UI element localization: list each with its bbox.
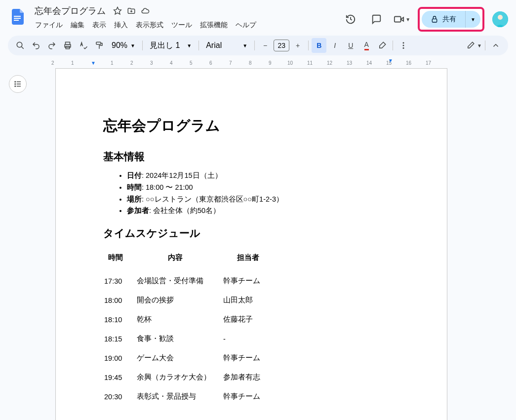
- menu-view[interactable]: 表示: [89, 19, 110, 32]
- doc-title[interactable]: 忘年会プログラム: [32, 4, 109, 18]
- collapse-toolbar-icon[interactable]: [488, 38, 503, 53]
- menu-insert[interactable]: 挿入: [111, 19, 131, 32]
- font-size-decrease[interactable]: −: [258, 38, 273, 53]
- menu-format[interactable]: 表示形式: [132, 19, 167, 32]
- history-icon[interactable]: [341, 9, 360, 29]
- share-label: 共有: [442, 15, 456, 24]
- underline-button[interactable]: U: [343, 38, 358, 53]
- undo-icon[interactable]: [29, 38, 43, 53]
- svg-point-20: [15, 86, 16, 87]
- share-dropdown[interactable]: ▼: [466, 11, 480, 28]
- menu-extensions[interactable]: 拡張機能: [197, 19, 231, 32]
- table-row: 20:30表彰式・景品授与幹事チーム: [103, 387, 281, 406]
- table-row: 18:00開会の挨拶山田太郎: [103, 291, 281, 310]
- table-row: 17:30会場設営・受付準備幹事チーム: [103, 271, 281, 291]
- menu-bar: ファイル 編集 表示 挿入 表示形式 ツール 拡張機能 ヘルプ: [32, 19, 341, 32]
- text-color-button[interactable]: A: [359, 38, 374, 53]
- indent-marker-icon[interactable]: ▼: [388, 58, 393, 63]
- docs-logo[interactable]: [8, 4, 28, 30]
- svg-rect-4: [395, 17, 401, 22]
- table-row: 19:00ゲーム大会幹事チーム: [103, 348, 281, 368]
- share-highlight-box: 共有 ▼: [418, 7, 484, 32]
- move-folder-icon[interactable]: [126, 6, 136, 16]
- chevron-down-icon: ▼: [242, 43, 247, 48]
- avatar[interactable]: [492, 11, 508, 27]
- schedule-table: 時間 内容 担当者 17:30会場設営・受付準備幹事チーム18:00開会の挨拶山…: [103, 247, 281, 406]
- indent-marker-icon[interactable]: ▼: [91, 60, 96, 66]
- svg-point-7: [498, 15, 503, 20]
- chevron-down-icon: ▼: [187, 43, 192, 48]
- table-row: 18:15食事・歓談-: [103, 329, 281, 348]
- chevron-down-icon: ▼: [405, 17, 410, 22]
- lock-icon: [431, 15, 438, 23]
- svg-point-16: [15, 82, 16, 83]
- toolbar: 90% ▼ 見出し 1 ▼ Arial ▼ − + B I U A ▼: [8, 36, 508, 55]
- svg-rect-5: [432, 19, 437, 22]
- menu-file[interactable]: ファイル: [32, 19, 66, 32]
- outline-toggle-icon[interactable]: [9, 75, 27, 93]
- zoom-dropdown[interactable]: 90% ▼: [108, 41, 139, 50]
- zoom-value: 90%: [112, 41, 127, 50]
- separator: [142, 41, 143, 50]
- font-size-increase[interactable]: +: [290, 38, 305, 53]
- svg-point-15: [403, 47, 404, 49]
- font-dropdown[interactable]: Arial ▼: [202, 41, 251, 50]
- menu-help[interactable]: ヘルプ: [232, 19, 260, 32]
- chevron-down-icon: ▼: [130, 43, 135, 48]
- separator: [393, 41, 393, 50]
- italic-button[interactable]: I: [327, 38, 342, 53]
- font-size-input[interactable]: [274, 40, 289, 51]
- separator: [308, 41, 309, 50]
- svg-point-18: [15, 84, 16, 84]
- svg-point-8: [17, 42, 22, 47]
- search-menu-icon[interactable]: [13, 38, 28, 53]
- menu-edit[interactable]: 編集: [67, 19, 88, 32]
- cloud-status-icon[interactable]: [140, 6, 150, 16]
- table-row: 18:10乾杯佐藤花子: [103, 310, 281, 329]
- comments-icon[interactable]: [366, 9, 386, 29]
- svg-rect-0: [14, 16, 21, 17]
- svg-point-13: [403, 42, 404, 43]
- section-heading: タイムスケジュール: [103, 226, 399, 240]
- star-icon[interactable]: [113, 6, 122, 16]
- meet-button[interactable]: ▼: [392, 9, 412, 29]
- doc-content-title: 忘年会プログラム: [103, 116, 399, 136]
- chevron-down-icon: ▼: [471, 17, 476, 22]
- table-row: 19:45余興（カラオケ大会）参加者有志: [103, 368, 281, 387]
- edit-mode-button[interactable]: ▼: [466, 38, 482, 53]
- document-page[interactable]: 忘年会プログラム 基本情報 日付: 2024年12月15日（土） 時間: 18:…: [55, 68, 447, 420]
- horizontal-ruler[interactable]: 2 1 ▼ 1 2 3 4 5 6 7 8 9 10 11 12 13 14 1…: [36, 59, 508, 67]
- style-value: 見出し 1: [150, 41, 180, 51]
- paint-format-icon[interactable]: [92, 38, 107, 53]
- svg-rect-12: [96, 42, 101, 44]
- vertical-ruler[interactable]: [36, 67, 43, 420]
- menu-tools[interactable]: ツール: [168, 19, 196, 32]
- chevron-down-icon: ▼: [477, 43, 482, 48]
- print-icon[interactable]: [60, 38, 75, 53]
- section-heading: 基本情報: [103, 150, 399, 164]
- highlight-color-button[interactable]: [375, 38, 390, 53]
- svg-rect-1: [14, 18, 21, 19]
- svg-point-14: [403, 45, 404, 46]
- separator: [254, 41, 255, 50]
- separator: [198, 41, 199, 50]
- svg-rect-2: [14, 20, 19, 21]
- svg-marker-3: [114, 7, 121, 14]
- font-value: Arial: [206, 41, 222, 50]
- style-dropdown[interactable]: 見出し 1 ▼: [146, 41, 196, 51]
- bold-button[interactable]: B: [312, 38, 326, 53]
- basic-info-list: 日付: 2024年12月15日（土） 時間: 18:00 〜 21:00 場所:…: [127, 170, 399, 216]
- more-tools-icon[interactable]: [396, 38, 411, 53]
- spellcheck-icon[interactable]: [76, 38, 91, 53]
- share-button[interactable]: 共有: [422, 11, 466, 28]
- redo-icon[interactable]: [44, 38, 59, 53]
- separator: [485, 41, 485, 50]
